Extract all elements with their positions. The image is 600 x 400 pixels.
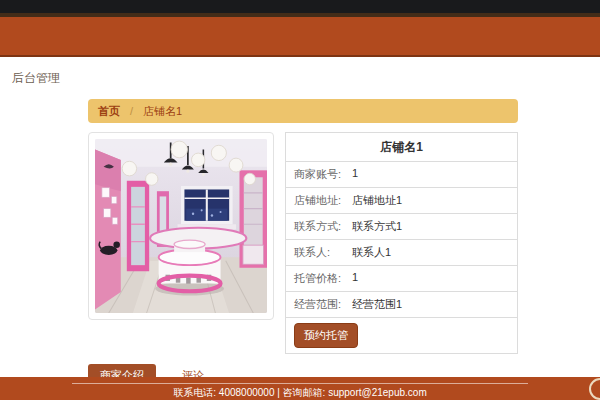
field-value: 1 xyxy=(346,266,358,291)
field-value: 联系人1 xyxy=(346,240,391,265)
field-label: 经营范围: xyxy=(286,292,346,317)
table-row: 商家账号: 1 xyxy=(286,162,517,188)
site-header-band xyxy=(0,17,600,57)
book-hosting-button[interactable]: 预约托管 xyxy=(294,323,358,348)
breadcrumb-home-link[interactable]: 首页 xyxy=(98,104,120,119)
table-row: 托管价格: 1 xyxy=(286,266,517,292)
table-row: 经营范围: 经营范围1 xyxy=(286,292,517,318)
field-label: 托管价格: xyxy=(286,266,346,291)
table-row: 联系人: 联系人1 xyxy=(286,240,517,266)
shop-photo xyxy=(95,139,267,313)
shop-info-table: 店铺名1 商家账号: 1 店铺地址: 店铺地址1 联系方式: 联系方式1 联系人… xyxy=(285,132,518,354)
footer-contact-info: 联系电话: 4008000000 | 咨询邮箱: support@21epub.… xyxy=(0,386,600,400)
page-footer: 联系电话: 4008000000 | 咨询邮箱: support@21epub.… xyxy=(0,377,600,400)
shop-name-header: 店铺名1 xyxy=(286,133,517,162)
field-label: 店铺地址: xyxy=(286,188,346,213)
breadcrumb-separator: / xyxy=(130,105,133,117)
breadcrumb-current: 店铺名1 xyxy=(143,104,182,119)
table-action-row: 预约托管 xyxy=(286,318,517,353)
field-label: 联系人: xyxy=(286,240,346,265)
table-row: 联系方式: 联系方式1 xyxy=(286,214,517,240)
field-label: 商家账号: xyxy=(286,162,346,187)
field-value: 1 xyxy=(346,162,358,187)
footer-divider xyxy=(72,383,528,384)
window-top-bar xyxy=(0,0,600,13)
field-label: 联系方式: xyxy=(286,214,346,239)
shop-detail-row: 店铺名1 商家账号: 1 店铺地址: 店铺地址1 联系方式: 联系方式1 联系人… xyxy=(88,132,518,354)
table-row: 店铺地址: 店铺地址1 xyxy=(286,188,517,214)
shop-photo-card xyxy=(88,132,274,320)
field-value: 经营范围1 xyxy=(346,292,402,317)
field-value: 联系方式1 xyxy=(346,214,402,239)
field-value: 店铺地址1 xyxy=(346,188,402,213)
admin-navbar: 后台管理 xyxy=(0,57,600,99)
page-content: 首页 / 店铺名1 xyxy=(88,99,518,400)
navbar-brand[interactable]: 后台管理 xyxy=(12,70,60,87)
breadcrumb: 首页 / 店铺名1 xyxy=(88,99,518,123)
